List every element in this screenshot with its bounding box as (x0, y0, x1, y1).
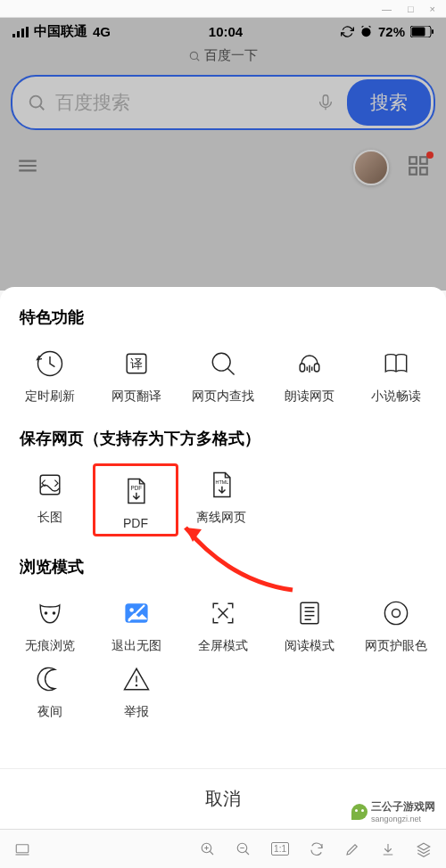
tab-title: 百度一下 (0, 44, 446, 71)
background-app: 中国联通 4G 10:04 72% 百度一下 百度搜索 搜索 (0, 18, 446, 291)
svg-point-9 (30, 96, 42, 108)
svg-rect-10 (323, 95, 328, 105)
layers-icon[interactable] (416, 841, 432, 857)
search-button[interactable]: 搜索 (347, 79, 431, 126)
svg-point-18 (212, 353, 230, 371)
svg-point-24 (45, 611, 48, 615)
watermark-logo-icon (351, 804, 368, 820)
item-read-aloud[interactable]: 朗读网页 (266, 342, 352, 408)
svg-text:译: 译 (130, 357, 143, 371)
item-reader-mode[interactable]: 阅读模式 (266, 592, 352, 658)
page-indicator: 1:1 (271, 842, 289, 856)
svg-rect-32 (16, 844, 29, 852)
notification-dot (426, 151, 434, 159)
item-fullscreen[interactable]: 全屏模式 (180, 592, 267, 658)
svg-point-31 (136, 684, 137, 686)
signal-icon (12, 27, 29, 37)
menu-button[interactable] (16, 154, 39, 181)
download-icon[interactable] (380, 841, 396, 857)
svg-point-25 (53, 611, 56, 615)
svg-point-27 (130, 608, 135, 612)
svg-rect-20 (314, 364, 318, 372)
time-label: 10:04 (209, 24, 243, 39)
search-bar[interactable]: 百度搜索 搜索 (11, 75, 435, 130)
svg-text:PDF: PDF (131, 485, 143, 491)
status-bar: 中国联通 4G 10:04 72% (0, 18, 446, 44)
item-exit-no-image[interactable]: 退出无图 (94, 592, 180, 658)
battery-icon (410, 26, 434, 37)
maximize-button[interactable]: □ (408, 4, 414, 14)
action-sheet: 特色功能 定时刷新 译 网页翻译 网页内查找 朗读网页 小说畅读 (0, 287, 446, 829)
zoom-in-icon[interactable] (200, 841, 216, 857)
network-label: 4G (93, 24, 111, 39)
close-button[interactable]: × (430, 4, 435, 14)
sync-icon (341, 25, 354, 38)
bottom-toolbar: 1:1 (0, 829, 446, 868)
avatar[interactable] (353, 150, 389, 185)
item-night-mode[interactable]: 夜间 (7, 658, 94, 724)
item-eye-protect[interactable]: 网页护眼色 (352, 592, 439, 658)
section-title-browse: 浏览模式 (0, 556, 446, 592)
item-find-in-page[interactable]: 网页内查找 (180, 342, 267, 408)
zoom-out-icon[interactable] (235, 841, 252, 857)
section-title-features: 特色功能 (0, 307, 446, 342)
svg-rect-2 (21, 29, 24, 37)
watermark: 三公子游戏网 sangongzi.net (348, 798, 439, 825)
svg-rect-7 (432, 29, 434, 34)
mic-icon[interactable] (316, 93, 335, 112)
svg-point-4 (361, 28, 370, 37)
svg-rect-28 (301, 602, 318, 623)
item-save-offline[interactable]: HTML 离线网页 (178, 463, 264, 536)
svg-rect-1 (17, 31, 20, 37)
svg-rect-13 (409, 168, 417, 175)
alarm-icon (359, 25, 373, 38)
watermark-text: 三公子游戏网 (371, 799, 435, 815)
item-report[interactable]: 举报 (94, 658, 180, 724)
watermark-url: sangongzi.net (371, 815, 435, 823)
svg-point-30 (392, 610, 400, 618)
window-chrome: — □ × (0, 0, 446, 18)
item-timed-refresh[interactable]: 定时刷新 (7, 342, 94, 408)
svg-rect-11 (409, 157, 417, 164)
minimize-button[interactable]: — (382, 4, 392, 14)
svg-point-29 (384, 602, 407, 624)
device-icon[interactable] (14, 841, 30, 857)
item-long-screenshot[interactable]: 长图 (7, 463, 93, 536)
item-novel-mode[interactable]: 小说畅读 (352, 342, 439, 408)
svg-point-8 (190, 52, 197, 59)
item-incognito[interactable]: 无痕浏览 (7, 592, 94, 658)
search-icon (27, 93, 46, 112)
item-translate[interactable]: 译 网页翻译 (94, 342, 180, 408)
refresh-icon[interactable] (309, 841, 325, 857)
edit-icon[interactable] (344, 841, 360, 857)
carrier-label: 中国联通 (34, 23, 87, 40)
svg-rect-12 (420, 157, 427, 164)
item-save-pdf[interactable]: PDF PDF (93, 463, 178, 536)
svg-rect-6 (411, 28, 425, 37)
battery-label: 72% (378, 24, 405, 39)
svg-rect-14 (420, 168, 427, 175)
section-title-save: 保存网页（支持存为下方多格式） (0, 428, 446, 463)
svg-text:HTML: HTML (216, 479, 229, 485)
apps-button[interactable] (407, 154, 430, 181)
svg-rect-0 (12, 34, 15, 37)
svg-rect-3 (26, 27, 29, 37)
search-input[interactable]: 百度搜索 (55, 90, 130, 115)
svg-rect-19 (300, 364, 304, 372)
